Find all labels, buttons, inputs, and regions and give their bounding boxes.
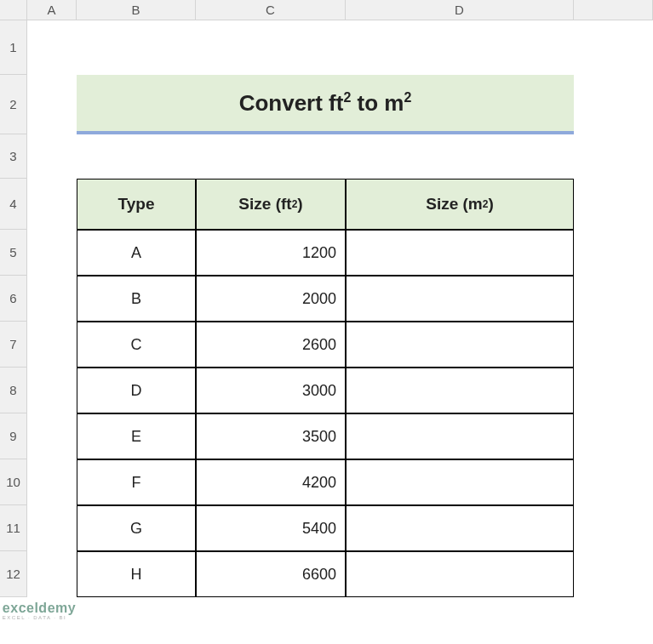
cell-ft2[interactable]: 5400 [196,505,346,551]
column-headers-row: ABCD [27,0,653,20]
cell-m2[interactable] [346,459,574,505]
header-type[interactable]: Type [77,179,196,230]
row-header-8[interactable]: 8 [0,368,27,413]
cell-type[interactable]: C [77,322,196,368]
column-header-D[interactable]: D [346,0,574,20]
cell-m2[interactable] [346,322,574,368]
cell-ft2[interactable]: 4200 [196,459,346,505]
row-header-4[interactable]: 4 [0,179,27,230]
cell-m2[interactable] [346,368,574,413]
cell-type[interactable]: D [77,368,196,413]
cell-type[interactable]: G [77,505,196,551]
watermark: exceldemy EXCEL · DATA · BI [0,601,76,620]
cell-type[interactable]: E [77,413,196,459]
select-all-corner[interactable] [0,0,27,20]
cell-ft2[interactable]: 3000 [196,368,346,413]
watermark-text: exceldemy EXCEL · DATA · BI [3,601,76,620]
cell-type[interactable]: B [77,276,196,322]
cell-m2[interactable] [346,413,574,459]
cell-ft2[interactable]: 3500 [196,413,346,459]
column-header-A[interactable]: A [27,0,77,20]
row-header-7[interactable]: 7 [0,322,27,368]
cell-type[interactable]: F [77,459,196,505]
column-header-filler[interactable] [574,0,653,20]
title-merged-cell[interactable]: Convert ft2 to m2 [77,75,574,134]
row-header-11[interactable]: 11 [0,505,27,551]
cell-ft2[interactable]: 6600 [196,551,346,597]
row-header-5[interactable]: 5 [0,230,27,276]
cell-type[interactable]: A [77,230,196,276]
cell-m2[interactable] [346,276,574,322]
header-size-m2[interactable]: Size (m2) [346,179,574,230]
spreadsheet-grid: ABCD 123456789101112 Convert ft2 to m2 T… [0,0,653,644]
row-header-6[interactable]: 6 [0,276,27,322]
row-header-10[interactable]: 10 [0,459,27,505]
cell-ft2[interactable]: 2600 [196,322,346,368]
row-headers-column: 123456789101112 [0,20,27,597]
row-header-12[interactable]: 12 [0,551,27,597]
cell-ft2[interactable]: 1200 [196,230,346,276]
header-size-ft2[interactable]: Size (ft2) [196,179,346,230]
cell-ft2[interactable]: 2000 [196,276,346,322]
cell-m2[interactable] [346,230,574,276]
row-header-1[interactable]: 1 [0,20,27,75]
column-header-C[interactable]: C [196,0,346,20]
watermark-main: exceldemy [3,601,76,615]
cell-m2[interactable] [346,505,574,551]
row-header-9[interactable]: 9 [0,413,27,459]
cell-type[interactable]: H [77,551,196,597]
row-header-2[interactable]: 2 [0,75,27,134]
cell-m2[interactable] [346,551,574,597]
column-header-B[interactable]: B [77,0,196,20]
watermark-sub: EXCEL · DATA · BI [3,615,76,620]
title-text: Convert ft2 to m2 [239,90,412,117]
row-header-3[interactable]: 3 [0,134,27,179]
